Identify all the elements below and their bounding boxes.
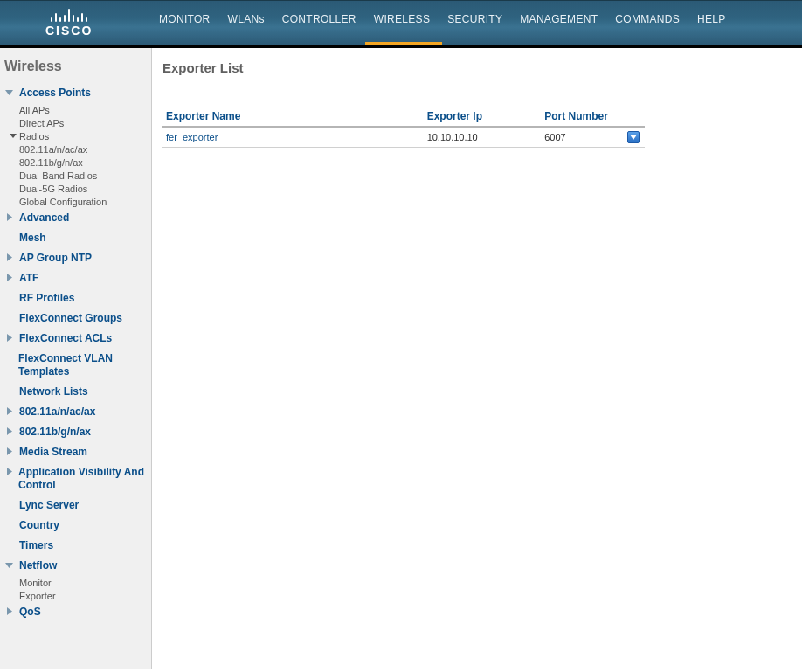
spacer-icon [5,501,14,509]
nav-subsubitem[interactable]: Dual-5G Radios [19,182,148,195]
nav-item[interactable]: Mesh [3,228,148,248]
spacer-icon [5,521,14,529]
nav-item[interactable]: AP Group NTP [3,248,148,268]
col-exporter-name[interactable]: Exporter Name [162,107,424,127]
nav-item-label: Advanced [19,211,69,225]
spacer-icon [5,294,14,301]
topnav-item[interactable]: MONITOR [159,13,211,25]
col-port-number[interactable]: Port Number [541,107,624,127]
port-cell: 6007 [541,127,624,148]
nav-item[interactable]: Application Visibility And Control [3,462,148,495]
nav-subitem[interactable]: Global Configuration [19,195,148,208]
active-tab-underline [365,42,442,45]
exporter-ip-cell: 10.10.10.10 [424,127,542,148]
nav-item-label: Timers [19,539,53,552]
nav-subitem[interactable]: Direct APs [19,116,148,129]
svg-marker-1 [7,213,12,221]
svg-marker-9 [5,563,13,568]
nav-item[interactable]: Netflow [3,556,148,576]
svg-marker-11 [630,135,637,140]
nav-item[interactable]: 802.11a/n/ac/ax [3,402,148,422]
nav-item[interactable]: FlexConnect ACLs [3,329,148,349]
nav-item[interactable]: Country [3,516,148,536]
spacer-icon [5,233,14,241]
nav-subsubitem[interactable]: 802.11a/n/ac/ax [19,142,148,156]
nav-item[interactable]: Lync Server [3,495,148,516]
cisco-bars-icon [45,6,93,22]
nav-item-label: Country [19,519,59,532]
chevron-right-icon [5,607,14,615]
nav-item[interactable]: Timers [3,536,148,556]
chevron-right-icon [5,427,14,435]
spacer-icon [5,387,14,395]
nav-item-label: 802.11a/n/ac/ax [19,405,95,419]
topnav-item[interactable]: SECURITY [447,13,502,25]
svg-marker-2 [7,253,12,261]
nav-item-label: QoS [19,606,41,619]
nav-item-label: RF Profiles [19,292,74,305]
nav-item[interactable]: Network Lists [3,382,148,402]
chevron-right-icon [5,468,13,475]
app-header: CISCO MONITORWLANsCONTROLLERWIRELESSSECU… [0,0,802,45]
sidebar-nav: Access PointsAll APsDirect APsRadios802.… [3,83,148,622]
chevron-right-icon [5,407,14,415]
svg-marker-0 [5,90,13,95]
nav-subsubitem[interactable]: Dual-Band Radios [19,169,148,182]
nav-item[interactable]: Media Stream [3,442,148,462]
nav-item-label: 802.11b/g/n/ax [19,426,91,439]
topnav-item[interactable]: WIRELESS [374,13,430,25]
exporter-link[interactable]: fer_exporter [166,132,218,142]
svg-marker-4 [7,334,12,342]
nav-item-label: Media Stream [19,446,87,459]
spacer-icon [5,541,14,549]
brand-text: CISCO [45,24,93,38]
nav-item[interactable]: ATF [3,268,148,288]
nav-subitem[interactable]: Radios [19,129,148,142]
nav-item[interactable]: Access Points [3,83,148,103]
svg-marker-3 [7,274,12,281]
nav-subitem[interactable]: Exporter [19,589,148,602]
col-actions [624,107,645,127]
chevron-right-icon [5,334,14,342]
main-content: Exporter List Exporter Name Exporter Ip … [152,48,802,669]
topnav-item[interactable]: COMMANDS [615,13,680,25]
svg-marker-5 [7,407,12,415]
svg-marker-6 [7,427,12,435]
topnav-item[interactable]: HELP [697,13,726,25]
top-navigation: MONITORWLANsCONTROLLERWIRELESSSECURITYMA… [159,1,726,45]
nav-item[interactable]: FlexConnect Groups [3,308,148,329]
nav-subsubitem[interactable]: 802.11b/g/n/ax [19,156,148,169]
page-title: Exporter List [162,60,785,75]
chevron-right-icon [5,274,14,281]
nav-item-label: ATF [19,272,38,285]
sidebar-title: Wireless [4,59,148,74]
nav-item-label: Lync Server [19,499,79,512]
nav-subitem[interactable]: All APs [19,103,148,116]
nav-item[interactable]: FlexConnect VLAN Templates [3,349,148,382]
row-actions-dropdown[interactable] [627,131,640,143]
topnav-item[interactable]: CONTROLLER [282,13,356,25]
svg-marker-8 [7,468,12,475]
brand-logo: CISCO [45,6,93,38]
chevron-right-icon [5,253,14,261]
chevron-right-icon [5,213,14,221]
nav-item[interactable]: 802.11b/g/n/ax [3,422,148,442]
sidebar: Wireless Access PointsAll APsDirect APsR… [0,48,152,669]
nav-item-label: FlexConnect Groups [19,312,122,325]
nav-subitem[interactable]: Monitor [19,576,148,589]
nav-item[interactable]: Advanced [3,208,148,228]
nav-item[interactable]: RF Profiles [3,288,148,308]
topnav-item[interactable]: WLANs [228,13,265,25]
nav-item-label: AP Group NTP [19,252,92,265]
topnav-item[interactable]: MANAGEMENT [520,13,598,25]
nav-item-label: FlexConnect ACLs [19,332,112,345]
nav-item-label: Mesh [19,232,46,245]
nav-item-label: Network Lists [19,385,88,398]
nav-item-label: FlexConnect VLAN Templates [18,352,148,378]
nav-item[interactable]: QoS [3,602,148,622]
chevron-right-icon [5,447,14,455]
col-exporter-ip[interactable]: Exporter Ip [424,107,542,127]
chevron-down-icon [5,88,14,96]
nav-item-label: Netflow [19,559,57,572]
svg-marker-10 [7,607,12,615]
